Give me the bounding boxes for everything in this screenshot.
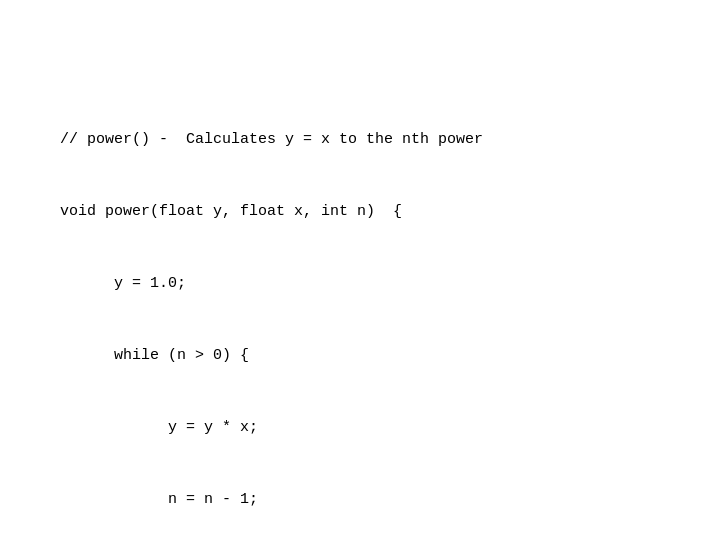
- code-line-4: while (n > 0) {: [60, 344, 483, 368]
- code-line-5: y = y * x;: [60, 416, 483, 440]
- code-line-3: y = 1.0;: [60, 272, 483, 296]
- code-block: // power() - Calculates y = x to the nth…: [0, 0, 543, 540]
- code-line-6: n = n - 1;: [60, 488, 483, 512]
- code-line-2: void power(float y, float x, int n) {: [60, 200, 483, 224]
- code-line-1: // power() - Calculates y = x to the nth…: [60, 128, 483, 152]
